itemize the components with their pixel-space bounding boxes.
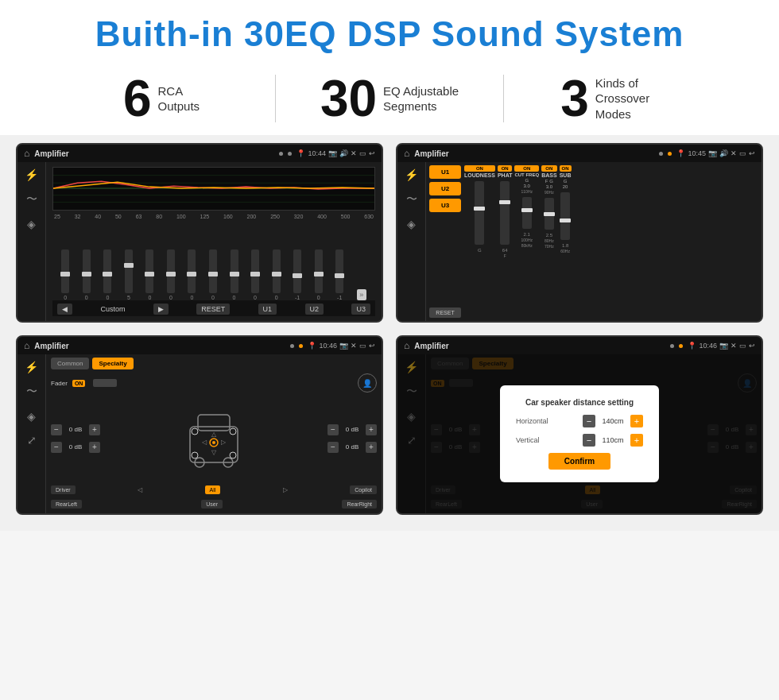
x-icon: ✕ (351, 149, 357, 157)
dialog-val-horizontal: 140cm (599, 417, 627, 425)
eq-slider-0[interactable]: 0 (61, 249, 69, 300)
ch-on-cutfreq: ON (514, 165, 539, 172)
on-badge-fader[interactable]: ON (72, 380, 86, 387)
eq-slider-9[interactable]: 0 (251, 249, 259, 300)
wave-icon-2[interactable]: 〜 (406, 192, 417, 207)
eq-slider-3[interactable]: 5 (125, 249, 133, 300)
reset-btn-crossover[interactable]: RESET (429, 307, 461, 318)
screen-eq: ⌂ Amplifier 📍 10:44 📷 🔊 ✕ ▭ ↩ ⚡ 〜 ◈ (16, 143, 383, 323)
dialog-plus-horizontal[interactable]: + (630, 415, 643, 427)
fader-slider[interactable] (93, 379, 117, 387)
eq-label-14: 630 (364, 214, 374, 219)
tab-specialty-3[interactable]: Specialty (92, 358, 133, 369)
u1-btn[interactable]: U1 (429, 165, 461, 179)
ch-freq-cutfreq: 100Hz (521, 238, 533, 242)
eq-slider-10[interactable]: 0 (273, 249, 281, 300)
eq-slider-1[interactable]: 0 (83, 249, 91, 300)
eq-label-2: 40 (95, 214, 101, 219)
db-minus-rr[interactable]: − (327, 442, 339, 453)
stat-rca: 6 RCAOutputs (48, 73, 275, 124)
db-plus-rr[interactable]: + (366, 442, 377, 453)
x-icon-3: ✕ (351, 342, 357, 350)
db-plus-fl[interactable]: + (89, 424, 100, 435)
speaker-icon-3[interactable]: ◈ (27, 410, 36, 423)
svg-point-12 (192, 428, 198, 435)
db-control-fr: − 0 dB + (327, 424, 377, 435)
dialog-minus-horizontal[interactable]: − (583, 415, 595, 427)
rearleft-btn[interactable]: RearLeft (51, 500, 82, 509)
wave-icon[interactable]: 〜 (26, 192, 37, 207)
dialog-overlay: Car speaker distance setting Horizontal … (397, 354, 762, 513)
svg-text:△: △ (211, 431, 217, 438)
copilot-btn[interactable]: Copilot (350, 485, 377, 494)
eq-reset-btn[interactable]: RESET (196, 304, 230, 315)
eq-label-11: 320 (294, 214, 304, 219)
db-plus-rl[interactable]: + (89, 442, 100, 453)
eq-graph (52, 167, 375, 211)
ch-slider-phat[interactable] (500, 181, 510, 245)
eq-slider-4[interactable]: 0 (145, 249, 153, 300)
db-minus-fl[interactable]: − (51, 424, 62, 435)
eq-icon[interactable]: ⚡ (25, 168, 38, 181)
speaker-icon-2[interactable]: ◈ (407, 218, 416, 230)
db-minus-fr[interactable]: − (327, 424, 339, 435)
profile-icon[interactable]: 👤 (358, 373, 377, 393)
eq-slider-13[interactable]: -1 (335, 249, 343, 300)
speaker-icon[interactable]: ◈ (27, 218, 36, 230)
ch-loudness: ON LOUDNESS G (464, 165, 495, 318)
status-bar-4: ⌂ Amplifier 📍 10:46 📷 ✕ ▭ ↩ (397, 337, 762, 354)
eq-slider-14[interactable]: » (357, 289, 366, 300)
ch-val-phat: 64 (502, 248, 508, 253)
sidebar-3: ⚡ 〜 ◈ ⤢ (17, 354, 46, 513)
rearright-btn[interactable]: RearRight (342, 500, 377, 509)
ch-slider-loudness[interactable] (475, 181, 484, 245)
eq-label-7: 125 (200, 214, 209, 219)
eq-slider-6[interactable]: 0 (188, 249, 196, 300)
driver-btn[interactable]: Driver (51, 485, 76, 494)
dialog-plus-vertical[interactable]: + (630, 434, 643, 447)
eq-icon-3[interactable]: ⚡ (25, 361, 38, 373)
pin-icon-4: 📍 (688, 342, 696, 350)
db-plus-fr[interactable]: + (366, 424, 377, 435)
all-btn[interactable]: All (205, 485, 221, 494)
eq-slider-7[interactable]: 0 (209, 249, 217, 300)
eq-u2-btn[interactable]: U2 (305, 304, 324, 315)
eq-label-12: 400 (317, 214, 327, 219)
eq-label-13: 500 (341, 214, 351, 219)
ch-bass: ON BASS F G 3.0 90Hz 2.5 80Hz 70Hz (541, 165, 556, 318)
user-btn[interactable]: User (201, 500, 223, 509)
eq-slider-11[interactable]: -1 (293, 249, 301, 300)
fader-row: Fader ON 👤 (51, 373, 377, 393)
camera-icon: 📷 (328, 149, 337, 157)
eq-slider-5[interactable]: 0 (167, 249, 175, 300)
wave-icon-3[interactable]: 〜 (26, 385, 37, 399)
expand-icon-3[interactable]: ⤢ (27, 434, 37, 447)
eq-slider-8[interactable]: 0 (231, 249, 238, 300)
status-bar-3: ⌂ Amplifier 📍 10:46 📷 ✕ ▭ ↩ (17, 337, 382, 354)
app-name-2: Amplifier (414, 149, 654, 158)
app-name-1: Amplifier (34, 149, 274, 158)
u3-btn[interactable]: U3 (429, 199, 461, 212)
status-dot-1 (279, 152, 283, 156)
tab-common-3[interactable]: Common (51, 358, 89, 369)
ch-freq1-cutfreq: 110Hz (521, 189, 533, 194)
eq-next-btn[interactable]: ▶ (153, 304, 169, 315)
db-control-fl: − 0 dB + (51, 424, 100, 435)
db-minus-rl[interactable]: − (51, 442, 62, 453)
status-icons-3: 📍 10:46 📷 ✕ ▭ ↩ (308, 342, 375, 350)
ch-slider-cutfreq[interactable] (522, 197, 532, 229)
u2-btn[interactable]: U2 (429, 182, 461, 195)
confirm-button[interactable]: Confirm (548, 453, 610, 470)
car-diagram: ◁ ▷ △ ▽ (105, 403, 323, 474)
eq-slider-12[interactable]: 0 (315, 249, 323, 300)
eq-u3-btn[interactable]: U3 (351, 304, 370, 315)
ch-slider-sub[interactable] (560, 192, 570, 240)
eq-prev-btn[interactable]: ◀ (57, 304, 72, 315)
eq-icon-2[interactable]: ⚡ (405, 168, 418, 181)
eq-slider-2[interactable]: 0 (103, 249, 111, 300)
dialog-minus-vertical[interactable]: − (583, 434, 595, 447)
dialog-val-vertical: 110cm (599, 436, 627, 444)
eq-u1-btn[interactable]: U1 (258, 304, 277, 315)
ch-slider-bass[interactable] (545, 198, 554, 230)
ch-freq-phat: F (504, 253, 506, 258)
